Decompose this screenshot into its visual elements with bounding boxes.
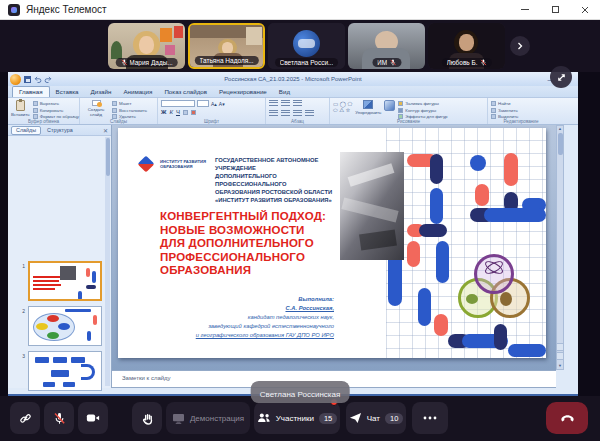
copy-button[interactable]: Копировать (33, 108, 79, 113)
chat-count-badge: 10 (385, 413, 403, 424)
font-name-select[interactable] (161, 100, 195, 107)
bold-button[interactable]: Ж (161, 109, 166, 115)
slide-thumbnail-3[interactable] (28, 351, 102, 391)
participant-tile-speaking[interactable]: Татьяна Надоля... (188, 23, 265, 69)
paste-button[interactable]: Вставить (11, 100, 30, 117)
pane-close-icon[interactable]: ✕ (103, 127, 108, 134)
tab-design[interactable]: Дизайн (85, 87, 118, 97)
find-button[interactable]: Найти (491, 101, 518, 106)
editor-scrollbar[interactable]: ▲ ▼ (556, 125, 564, 370)
new-slide-button[interactable]: Создать слайд (83, 100, 109, 117)
font-size-select[interactable] (197, 100, 209, 107)
quick-styles-icon[interactable] (384, 100, 395, 111)
window-close-button[interactable] (570, 0, 600, 19)
reset-icon (112, 108, 117, 113)
more-participants-button[interactable] (510, 36, 530, 56)
next-slide-button[interactable] (556, 352, 564, 360)
mic-muted-icon (53, 412, 66, 425)
window-minimize-button[interactable] (510, 0, 540, 19)
underline-button[interactable]: Ч (176, 109, 180, 115)
institute-logo-text: ИНСТИТУТ РАЗВИТИЯ ОБРАЗОВАНИЯ (160, 159, 206, 169)
hangup-button[interactable] (546, 402, 588, 434)
shrink-font-icon[interactable]: A▾ (219, 101, 225, 107)
institute-logo-icon (138, 156, 155, 173)
powerpoint-titlebar: Россинская СА_21.03.2025 - Microsoft Pow… (8, 72, 578, 86)
group-paragraph: Абзац (266, 98, 330, 124)
camera-icon (86, 412, 100, 424)
pane-tab-outline[interactable]: Структура (43, 127, 77, 134)
expand-share-button[interactable] (550, 66, 572, 88)
demonstration-button[interactable]: Демонстрация (166, 402, 250, 434)
slide-canvas[interactable]: ИНСТИТУТ РАЗВИТИЯ ОБРАЗОВАНИЯ ГОСУДАРСТВ… (118, 128, 546, 358)
grow-font-icon[interactable]: A▴ (211, 101, 217, 107)
tab-animation[interactable]: Анимация (117, 87, 158, 97)
cut-button[interactable]: Вырезать (33, 101, 79, 106)
tab-view[interactable]: Вид (273, 87, 296, 97)
justify-icon[interactable] (305, 110, 314, 117)
copy-link-button[interactable] (10, 402, 40, 434)
chat-send-icon (349, 412, 362, 424)
shape-fill-button[interactable]: Заливка фигуры (398, 101, 447, 106)
find-icon (491, 101, 496, 106)
microphone-button[interactable] (44, 402, 74, 434)
arrange-button[interactable]: Упорядочить (355, 100, 381, 117)
arrange-icon (363, 100, 373, 109)
tab-review[interactable]: Рецензирование (213, 87, 273, 97)
slide-thumbnail-2[interactable] (28, 306, 102, 346)
scrollbar-thumb[interactable] (558, 133, 563, 155)
participants-strip: Мария Дады... Татьяна Надоля... Светлана… (0, 20, 600, 72)
participant-tile[interactable]: Светлана Росси... (268, 23, 345, 69)
tab-home[interactable]: Главная (12, 86, 50, 97)
shapes-icon[interactable]: ⬭ △ ☆ (333, 107, 352, 113)
participant-name-badge: Любовь Б. (441, 58, 491, 67)
shape-fill-icon (398, 101, 403, 106)
raise-hand-button[interactable] (132, 402, 162, 434)
shape-outline-button[interactable]: Контур фигуры (398, 108, 447, 113)
scroll-up-icon[interactable]: ▲ (557, 126, 563, 132)
previous-slide-button[interactable] (556, 343, 564, 351)
notes-placeholder: Заметки к слайду (122, 375, 171, 381)
telemost-logo-icon (8, 4, 20, 16)
close-icon (581, 6, 589, 14)
participant-tile[interactable]: Любовь Б. (428, 23, 505, 69)
bullets-icon[interactable] (269, 100, 278, 107)
strikethrough-icon[interactable] (183, 110, 188, 115)
mic-muted-icon (480, 59, 487, 66)
participant-tile[interactable]: Мария Дады... (108, 23, 185, 69)
slide-editor: ИНСТИТУТ РАЗВИТИЯ ОБРАЗОВАНИЯ ГОСУДАРСТВ… (112, 125, 556, 370)
font-color-icon[interactable] (191, 110, 196, 115)
align-center-icon[interactable] (281, 110, 290, 117)
tab-slideshow[interactable]: Показ слайдов (158, 87, 213, 97)
layout-button[interactable]: Макет (112, 101, 147, 106)
numbering-icon[interactable] (281, 100, 290, 107)
reset-button[interactable]: Восстановить (112, 108, 147, 113)
align-right-icon[interactable] (293, 110, 302, 117)
avatar (293, 30, 320, 57)
participants-button[interactable]: Участники 15 (254, 402, 340, 434)
chat-button[interactable]: Чат 10 (346, 402, 406, 434)
camera-button[interactable] (78, 402, 108, 434)
author-block: Выполнила: С.А. Россинская, кандидат пед… (168, 295, 334, 340)
pane-tab-slides[interactable]: Слайды (11, 126, 41, 135)
group-clipboard: Вставить Вырезать Копировать Формат по о… (8, 98, 80, 124)
slides-pane: Слайды Структура ✕ 1 (8, 125, 112, 388)
align-left-icon[interactable] (269, 110, 278, 117)
replace-button[interactable]: Заменить (491, 108, 518, 113)
group-slides: Создать слайд Макет Восстановить Удалить… (80, 98, 158, 124)
replace-icon (491, 108, 496, 113)
group-drawing: ▭ ◯ ⬠ ⬭ △ ☆ Упорядочить Заливка фигуры К… (330, 98, 488, 124)
slide-thumbnail-1[interactable] (28, 261, 102, 301)
tab-insert[interactable]: Вставка (50, 87, 85, 97)
presenter-name-overlay: Светлана Россинская (251, 381, 350, 403)
window-maximize-button[interactable] (540, 0, 570, 19)
link-icon (19, 412, 32, 425)
italic-button[interactable]: К (169, 109, 173, 115)
indent-icon[interactable] (293, 100, 302, 107)
mic-muted-icon (389, 59, 396, 66)
participant-tile[interactable]: ИМ (348, 23, 425, 69)
pane-scrollbar[interactable] (105, 137, 110, 386)
slide-number: 3 (17, 353, 25, 359)
new-slide-icon (92, 100, 101, 106)
more-options-button[interactable] (412, 402, 448, 434)
titlebar: Яндекс Телемост (0, 0, 600, 20)
